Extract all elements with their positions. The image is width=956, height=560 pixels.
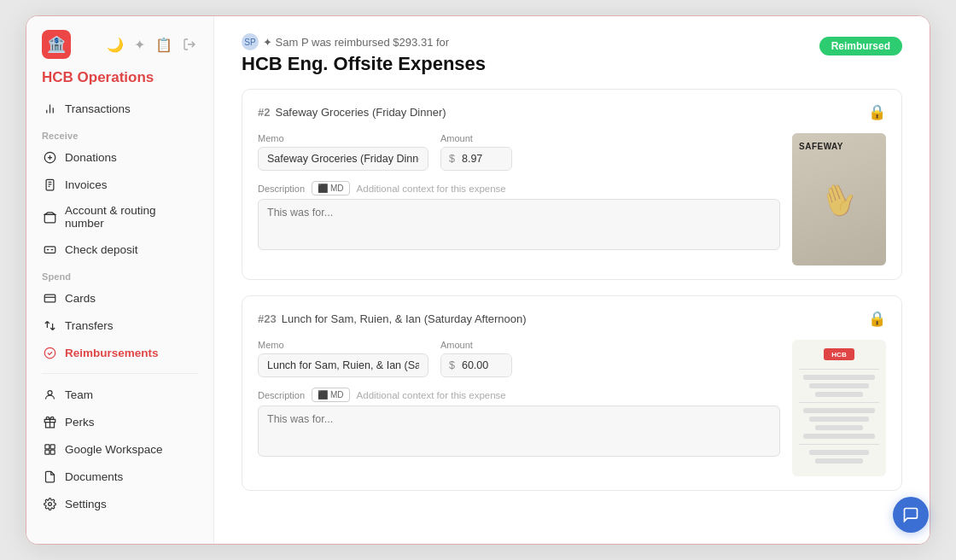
chat-fab-button[interactable] — [893, 497, 929, 533]
svg-point-17 — [48, 502, 51, 505]
expense-2-body: Memo Amount $ — [258, 340, 886, 476]
section-receive-label: Receive — [26, 122, 213, 143]
expense-2-amount-input[interactable] — [460, 354, 511, 376]
cards-icon — [42, 290, 57, 306]
sidebar: 🏦 🌙 ✦ 📋 HCB Operations Transactions Rece… — [26, 16, 214, 544]
reimbursed-badge: Reimbursed — [819, 37, 902, 55]
expense-2-desc-hint: Additional context for this expense — [357, 390, 506, 400]
expense-1-title-text: Safeway Groceries (Friday Dinner) — [275, 106, 446, 119]
expense-2-desc-textarea[interactable] — [258, 405, 780, 457]
receipt-line-11 — [809, 450, 870, 455]
svg-rect-13 — [44, 444, 49, 448]
md-icon-2: ⬛ — [318, 390, 328, 400]
settings-icon — [42, 496, 57, 511]
sidebar-item-transfers[interactable]: Transfers — [26, 312, 213, 339]
donations-icon — [42, 149, 57, 165]
expense-1-desc-hint: Additional context for this expense — [357, 184, 506, 194]
logout-icon-button[interactable] — [181, 36, 198, 53]
receipt-line-4 — [815, 392, 863, 397]
sidebar-item-cards[interactable]: Cards — [26, 284, 213, 312]
svg-rect-15 — [44, 450, 49, 454]
expense-2-num: #23 — [258, 312, 277, 325]
sidebar-divider — [42, 373, 198, 374]
svg-rect-16 — [50, 450, 55, 454]
receipt-line-5 — [799, 402, 879, 403]
check-deposit-icon — [42, 242, 57, 257]
dollar-sign-1: $ — [441, 148, 460, 170]
org-name: HCB Operations — [26, 69, 213, 95]
sidebar-item-check-deposit[interactable]: Check deposit — [26, 236, 213, 263]
expense-2-amount-wrapper: $ — [440, 353, 512, 377]
documents-icon — [42, 469, 57, 484]
receipt-line-9 — [803, 434, 876, 439]
sidebar-item-settings[interactable]: Settings — [26, 490, 213, 517]
google-workspace-icon — [42, 441, 57, 457]
expense-card-2: #23 Lunch for Sam, Ruien, & Ian (Saturda… — [242, 295, 902, 491]
svg-rect-7 — [44, 246, 55, 253]
expense-card-1-title: #2 Safeway Groceries (Friday Dinner) — [258, 106, 446, 119]
sidebar-header: 🏦 🌙 ✦ 📋 — [26, 30, 213, 69]
sidebar-item-google-workspace[interactable]: Google Workspace — [26, 435, 213, 463]
doc-icon-button[interactable]: 📋 — [154, 35, 174, 55]
account-routing-icon — [42, 209, 57, 225]
md-icon-1: ⬛ — [318, 184, 328, 193]
expense-card-1: #2 Safeway Groceries (Friday Dinner) 🔒 M… — [242, 89, 902, 280]
transfers-icon — [42, 318, 57, 333]
sidebar-item-perks[interactable]: Perks — [26, 408, 213, 435]
sidebar-item-documents[interactable]: Documents — [26, 463, 213, 490]
sparkle-icon-button[interactable]: ✦ — [132, 35, 147, 55]
expense-1-amount-group: Amount $ — [440, 133, 512, 171]
app-logo: 🏦 — [42, 30, 71, 59]
receipt-line-7 — [809, 417, 870, 422]
svg-rect-14 — [50, 444, 55, 448]
expense-1-desc-textarea[interactable] — [258, 199, 780, 250]
transactions-icon — [42, 101, 57, 116]
section-spend-label: Spend — [26, 263, 213, 284]
receipt-line-2 — [803, 375, 876, 380]
expense-2-memo-group: Memo — [258, 340, 428, 377]
expense-2-md-badge: ⬛ MD — [312, 388, 350, 402]
breadcrumb-text: ✦ Sam P was reimbursed $293.31 for — [263, 36, 449, 49]
expense-1-desc-label: Description — [258, 184, 305, 194]
dollar-sign-2: $ — [441, 354, 460, 376]
expense-1-receipt: SAFEWAY ✋ — [792, 133, 886, 265]
receipt-line-6 — [803, 408, 876, 413]
header-subtitle: SP ✦ Sam P was reimbursed $293.31 for — [242, 33, 486, 50]
hcb-receipt-logo: HCB — [824, 348, 854, 360]
expense-2-memo-label: Memo — [258, 340, 428, 350]
expense-card-1-header: #2 Safeway Groceries (Friday Dinner) 🔒 — [258, 103, 886, 121]
receipt-line-8 — [815, 425, 863, 430]
svg-rect-6 — [44, 214, 55, 222]
sidebar-item-donations[interactable]: Donations — [26, 143, 213, 171]
receipt-line-1 — [799, 369, 879, 370]
app-window: 🏦 🌙 ✦ 📋 HCB Operations Transactions Rece… — [26, 15, 930, 545]
expense-2-amount-label: Amount — [440, 340, 512, 350]
moon-icon-button[interactable]: 🌙 — [105, 35, 125, 55]
svg-rect-10 — [44, 295, 55, 302]
sidebar-item-team[interactable]: Team — [26, 381, 213, 408]
svg-point-12 — [48, 390, 52, 394]
perks-icon — [42, 414, 57, 429]
expense-1-desc-section: Description ⬛ MD Additional context for … — [258, 181, 780, 250]
main-header: SP ✦ Sam P was reimbursed $293.31 for HC… — [214, 16, 930, 82]
expense-2-desc-label: Description — [258, 390, 305, 400]
header-left: SP ✦ Sam P was reimbursed $293.31 for HC… — [242, 33, 486, 75]
expense-1-memo-group: Memo — [258, 133, 428, 171]
receipt-line-12 — [815, 458, 863, 464]
sidebar-item-invoices[interactable]: Invoices — [26, 171, 213, 198]
expense-1-memo-input[interactable] — [258, 147, 428, 171]
team-icon — [42, 387, 57, 402]
expense-1-amount-input[interactable] — [460, 148, 511, 170]
expense-2-title-text: Lunch for Sam, Ruien, & Ian (Saturday Af… — [282, 312, 527, 325]
sidebar-item-reimbursements[interactable]: Reimbursements — [26, 339, 213, 366]
expense-1-body: Memo Amount $ — [258, 133, 886, 265]
sidebar-item-account-routing[interactable]: Account & routing number — [26, 198, 213, 236]
receipt-line-10 — [799, 444, 879, 445]
expense-2-memo-input[interactable] — [258, 353, 428, 377]
sidebar-item-transactions[interactable]: Transactions — [26, 95, 213, 122]
expense-card-2-header: #23 Lunch for Sam, Ruien, & Ian (Saturda… — [258, 310, 886, 328]
invoices-icon — [42, 177, 57, 192]
lock-icon-2: 🔒 — [868, 310, 886, 328]
expense-1-fields: Memo Amount $ — [258, 133, 780, 250]
expense-1-num: #2 — [258, 106, 270, 119]
